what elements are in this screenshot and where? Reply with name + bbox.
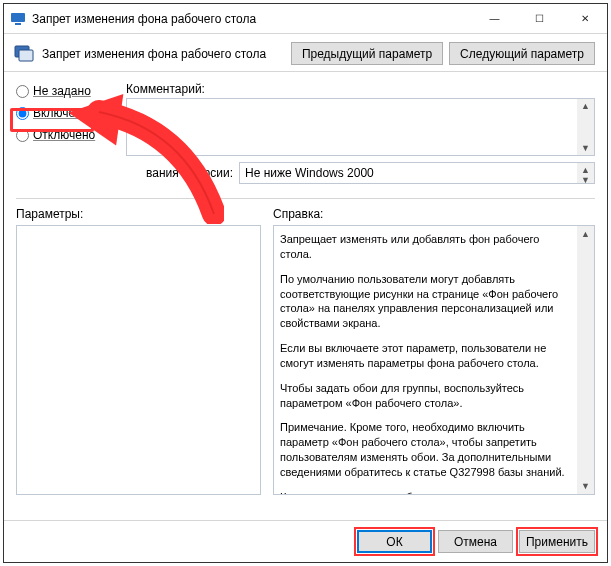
ok-button[interactable]: ОК (357, 530, 432, 553)
scrollbar-down-icon[interactable]: ▼ (581, 480, 590, 492)
radio-not-configured[interactable]: Не задано (16, 84, 126, 98)
scrollbar-down-icon[interactable]: ▼ (581, 175, 590, 185)
help-box[interactable]: Запрещает изменять или добавлять фон раб… (273, 225, 595, 495)
help-text: Если вы включаете этот параметр, пользов… (280, 341, 572, 371)
scrollbar-down-icon[interactable]: ▼ (581, 143, 590, 153)
next-setting-button[interactable]: Следующий параметр (449, 42, 595, 65)
window-title: Запрет изменения фона рабочего стола (32, 12, 472, 26)
radio-enabled-input[interactable] (16, 107, 29, 120)
content-area: Не задано Включено Отключено Комментарий… (4, 72, 607, 495)
close-button[interactable]: ✕ (562, 4, 607, 33)
radio-enabled-label: Включено (33, 106, 88, 120)
help-text: По умолчанию пользователи могут добавлят… (280, 272, 572, 331)
window-controls: — ☐ ✕ (472, 4, 607, 33)
radio-enabled[interactable]: Включено (16, 106, 126, 120)
requirement-value: Не ниже Windows 2000 (245, 166, 374, 180)
radio-not-configured-input[interactable] (16, 85, 29, 98)
maximize-button[interactable]: ☐ (517, 4, 562, 33)
comment-label: Комментарий: (126, 82, 595, 96)
svg-rect-3 (19, 50, 33, 61)
minimize-button[interactable]: — (472, 4, 517, 33)
scrollbar-up-icon[interactable]: ▲ (581, 101, 590, 111)
help-text: Кроме того, вы можете обратиться к описа… (280, 490, 572, 495)
params-label: Параметры: (16, 207, 261, 221)
titlebar: Запрет изменения фона рабочего стола — ☐… (4, 4, 607, 34)
radio-disabled-label: Отключено (33, 128, 95, 142)
dialog-window: Запрет изменения фона рабочего стола — ☐… (3, 3, 608, 563)
help-text: Примечание. Кроме того, необходимо включ… (280, 420, 572, 479)
params-box[interactable] (16, 225, 261, 495)
footer: ОК Отмена Применить (4, 520, 607, 562)
help-text: Чтобы задать обои для группы, воспользуй… (280, 381, 572, 411)
svg-rect-0 (11, 13, 25, 22)
comment-input[interactable]: ▲▼ (126, 98, 595, 156)
help-label: Справка: (273, 207, 595, 221)
header: Запрет изменения фона рабочего стола Пре… (4, 34, 607, 72)
divider (16, 198, 595, 199)
radio-disabled[interactable]: Отключено (16, 128, 126, 142)
help-scrollbar[interactable]: ▲▼ (577, 226, 594, 494)
state-options: Не задано Включено Отключено (16, 82, 126, 184)
svg-rect-1 (15, 23, 21, 25)
app-icon (10, 11, 26, 27)
radio-disabled-input[interactable] (16, 129, 29, 142)
scrollbar-up-icon[interactable]: ▲ (581, 228, 590, 240)
policy-icon (14, 44, 34, 64)
requirement-label: вания к версии: (146, 166, 233, 180)
prev-setting-button[interactable]: Предыдущий параметр (291, 42, 443, 65)
scrollbar-up-icon[interactable]: ▲ (581, 165, 590, 175)
cancel-button[interactable]: Отмена (438, 530, 513, 553)
requirement-scrollbar[interactable]: ▲▼ (577, 163, 594, 183)
apply-button[interactable]: Применить (519, 530, 595, 553)
comment-scrollbar[interactable]: ▲▼ (577, 99, 594, 155)
requirement-input[interactable]: Не ниже Windows 2000 ▲▼ (239, 162, 595, 184)
header-title: Запрет изменения фона рабочего стола (42, 47, 285, 61)
help-text: Запрещает изменять или добавлять фон раб… (280, 232, 572, 262)
radio-not-configured-label: Не задано (33, 84, 91, 98)
